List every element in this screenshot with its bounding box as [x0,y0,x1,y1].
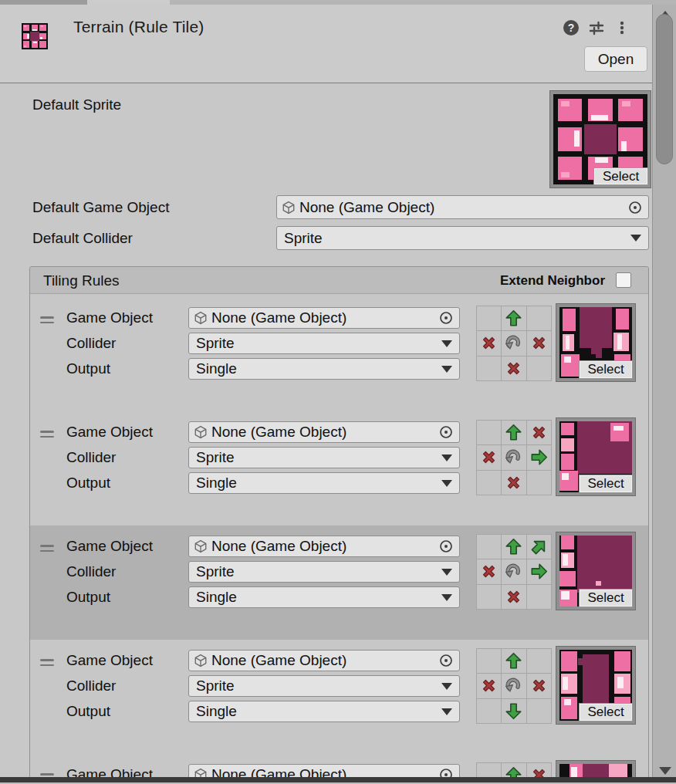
rule-game-object-label: Game Object [66,652,153,669]
neighbor-cell-x[interactable] [477,331,501,355]
rule-collider-dropdown[interactable]: Sprite [188,447,460,468]
tiling-rules-header: Tiling Rules Extend Neighbor [30,267,648,294]
object-picker-icon[interactable] [438,539,454,554]
default-collider-dropdown[interactable]: Sprite [276,226,649,250]
rotate-icon [505,677,522,694]
neighbor-cell-empty[interactable] [527,471,551,495]
neighbor-cell-rotate[interactable] [502,445,526,469]
rotate-icon [505,334,522,352]
dropdown-arrow-icon [441,594,452,601]
kebab-menu-icon[interactable] [613,19,630,36]
neighbor-cell-empty[interactable] [477,357,501,380]
rule-sprite-preview: Select [556,532,635,610]
neighbor-cell-empty[interactable] [527,649,551,673]
neighbor-cell-empty[interactable] [477,585,501,609]
x-icon [530,334,548,352]
rule-game-object-value: None (Game Object) [211,309,435,326]
drag-handle-icon[interactable] [40,659,54,667]
neighbor-cell-x[interactable] [527,674,551,698]
arrow-icon [530,538,548,556]
unity-inspector-panel: Terrain (Rule Tile) ? Open Default Sprit… [0,0,676,784]
neighbor-cell-rotate[interactable] [502,559,526,583]
x-icon [480,448,498,466]
neighbor-cell-up[interactable] [502,306,526,330]
neighbor-cell-rotate[interactable] [502,331,526,355]
object-picker-icon[interactable] [438,310,454,326]
neighbor-cell-down[interactable] [502,699,526,723]
rule-game-object-field[interactable]: None (Game Object) [188,307,460,329]
arrow-icon [505,652,522,670]
rule-game-object-field[interactable]: None (Game Object) [188,421,460,443]
rule-output-dropdown[interactable]: Single [188,472,460,494]
neighbor-cell-x[interactable] [502,357,526,380]
neighbor-cell-up[interactable] [502,535,526,559]
neighbor-cell-empty[interactable] [477,421,501,444]
object-picker-icon[interactable] [438,424,454,440]
rule-collider-dropdown[interactable]: Sprite [188,675,460,697]
default-sprite-select-button[interactable]: Select [593,167,648,185]
x-icon [505,360,522,377]
rule-output-dropdown[interactable]: Single [188,701,460,722]
rule-game-object-field[interactable]: None (Game Object) [188,650,460,671]
object-picker-icon[interactable] [627,200,643,215]
neighbor-cell-empty[interactable] [527,585,551,609]
drag-handle-icon[interactable] [40,545,54,553]
neighbor-cell-empty[interactable] [527,357,551,380]
drag-handle-icon[interactable] [40,316,54,324]
rule-game-object-field[interactable]: None (Game Object) [188,536,460,557]
presets-icon[interactable] [588,19,605,36]
rule-collider-dropdown[interactable]: Sprite [188,561,460,583]
neighbor-cell-up-right[interactable] [527,535,551,559]
arrow-icon [505,702,522,720]
neighbor-cell-x[interactable] [502,585,526,609]
neighbor-cell-rotate[interactable] [502,674,526,698]
tiling-rules-list: Game Object Collider Output None (Game O… [30,294,648,783]
x-icon [480,677,498,694]
rotate-icon [505,563,522,580]
rule-sprite-select-button[interactable]: Select [579,475,633,493]
neighbor-cell-empty[interactable] [477,535,501,559]
arrow-icon [505,538,522,556]
arrow-icon [530,563,548,580]
neighbor-cell-right[interactable] [527,559,551,583]
neighbor-rule-grid [476,534,552,610]
arrow-icon [505,309,522,327]
neighbor-cell-x[interactable] [502,471,526,495]
rule-sprite-select-button[interactable]: Select [579,589,633,607]
neighbor-cell-empty[interactable] [477,699,501,723]
object-picker-icon[interactable] [438,653,454,668]
scrollbar-thumb[interactable] [656,14,673,164]
neighbor-cell-up[interactable] [502,421,526,444]
neighbor-cell-right[interactable] [527,445,551,469]
open-button[interactable]: Open [584,46,647,72]
default-game-object-label: Default Game Object [32,199,169,216]
rule-output-value: Single [189,360,441,377]
rule-collider-dropdown[interactable]: Sprite [188,333,460,354]
rule-game-object-value: None (Game Object) [211,652,435,669]
tiling-rules-box: Tiling Rules Extend Neighbor Game Object… [29,266,649,784]
neighbor-cell-empty[interactable] [477,471,501,495]
rule-output-dropdown[interactable]: Single [188,358,460,380]
rule-output-dropdown[interactable]: Single [188,586,460,608]
drag-handle-icon[interactable] [40,431,54,438]
neighbor-cell-x[interactable] [527,331,551,355]
neighbor-cell-empty[interactable] [527,306,551,330]
neighbor-cell-x[interactable] [477,674,501,698]
neighbor-cell-x[interactable] [477,559,501,583]
vertical-scrollbar[interactable] [652,5,676,784]
default-game-object-field[interactable]: None (Game Object) [276,195,649,219]
help-icon[interactable]: ? [563,19,580,36]
extend-neighbor-checkbox[interactable] [616,272,631,288]
neighbor-cell-empty[interactable] [527,699,551,723]
rule-sprite-select-button[interactable]: Select [579,703,633,721]
neighbor-cell-up[interactable] [502,649,526,673]
neighbor-cell-empty[interactable] [477,306,501,330]
neighbor-cell-x[interactable] [527,421,551,444]
neighbor-cell-x[interactable] [477,445,501,469]
rule-collider-value: Sprite [189,449,441,466]
scroll-down-icon[interactable] [659,767,671,775]
neighbor-cell-empty[interactable] [477,649,501,673]
rule-game-object-label: Game Object [66,538,153,555]
tiling-rule-row: Game Object Collider Output None (Game O… [30,411,648,525]
rule-sprite-select-button[interactable]: Select [579,360,633,379]
